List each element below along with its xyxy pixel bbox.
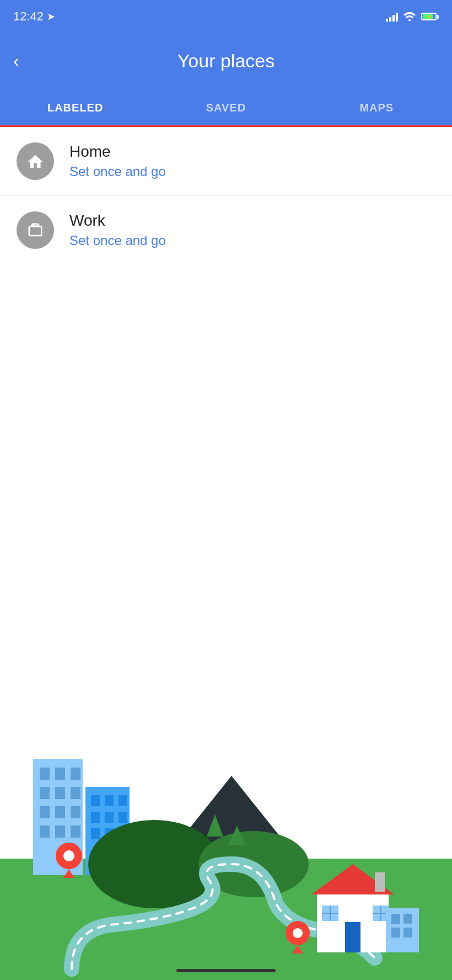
home-icon [26,153,45,169]
briefcase-icon [26,222,45,238]
svg-rect-45 [391,928,400,938]
svg-rect-12 [40,825,50,838]
svg-point-31 [63,850,74,861]
svg-rect-10 [55,806,65,818]
back-button[interactable]: ‹ [13,52,19,70]
svg-rect-8 [71,787,80,799]
svg-rect-9 [40,806,50,818]
svg-point-0 [408,19,411,21]
svg-rect-7 [55,787,65,799]
status-left: 12:42 ➤ [13,9,55,24]
svg-rect-34 [345,922,360,952]
svg-rect-11 [71,806,80,818]
wifi-icon [403,12,416,21]
svg-rect-16 [91,795,100,806]
work-label: Work [69,212,166,230]
header: ‹ Your places [0,33,452,88]
svg-rect-20 [105,812,114,823]
tab-maps[interactable]: MAPS [302,88,452,127]
home-label: Home [69,143,166,161]
status-bar: 12:42 ➤ ⚡ [0,0,452,33]
status-right: ⚡ [386,12,439,22]
home-item-text: Home Set once and go [69,143,166,179]
svg-rect-3 [40,768,50,780]
work-item-text: Work Set once and go [69,212,166,248]
tab-labeled[interactable]: LABELED [0,88,150,127]
tabs-bar: LABELED SAVED MAPS [0,88,452,127]
page-title: Your places [177,50,275,72]
svg-rect-42 [386,908,419,952]
svg-rect-43 [391,914,400,924]
svg-rect-5 [71,768,80,780]
content-area: Home Set once and go Work Set once and g… [0,127,452,264]
location-icon: ➤ [47,10,55,23]
svg-point-48 [293,928,303,938]
home-icon-circle [17,142,54,180]
svg-rect-19 [91,812,100,823]
svg-rect-13 [55,825,65,838]
battery-icon: ⚡ [421,13,439,20]
svg-rect-44 [403,914,412,924]
svg-rect-41 [375,872,385,892]
svg-rect-6 [40,787,50,799]
bottom-illustration [0,693,452,980]
svg-rect-46 [403,928,412,938]
home-subtitle: Set once and go [69,164,166,179]
work-icon-circle [17,211,54,249]
svg-rect-14 [71,825,80,838]
svg-rect-17 [105,795,114,806]
svg-rect-18 [119,795,127,806]
work-list-item[interactable]: Work Set once and go [0,195,452,264]
tab-saved[interactable]: SAVED [150,88,301,127]
home-list-item[interactable]: Home Set once and go [0,127,452,195]
svg-rect-4 [55,768,65,780]
time-display: 12:42 [13,9,44,24]
signal-icon [386,12,398,22]
svg-rect-22 [91,828,100,839]
svg-rect-21 [119,812,127,823]
work-subtitle: Set once and go [69,233,166,248]
home-indicator [176,969,276,972]
